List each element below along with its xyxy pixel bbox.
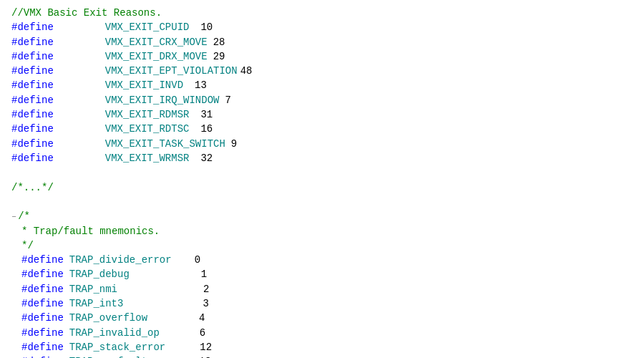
keyword-define-cpuid: #define — [11, 20, 54, 34]
keyword-define-invalid-op: #define — [21, 326, 64, 340]
macro-vmx-invd: VMX_EXIT_INVD — [105, 78, 183, 92]
code-editor: //VMX Basic Exit Reasons. #define VMX_EX… — [0, 0, 644, 358]
macro-vmx-cpuid: VMX_EXIT_CPUID — [105, 20, 190, 34]
line-vmx-wrmsr: #define VMX_EXIT_WRMSR 32 — [11, 151, 633, 165]
line-vmx-crx-move: #define VMX_EXIT_CRX_MOVE 28 — [11, 35, 633, 49]
macro-vmx-ept-violation: VMX_EXIT_EPT_VIOLATION — [105, 64, 238, 78]
value-trap-invalid-op: 6 — [200, 326, 205, 340]
value-vmx-ept-violation: 48 — [240, 64, 253, 78]
comment-block-end: */ — [21, 238, 34, 253]
line-vmx-cpuid: #define VMX_EXIT_CPUID 10 — [11, 20, 633, 34]
keyword-define-debug: #define — [21, 267, 64, 281]
line-vmx-drx-move: #define VMX_EXIT_DRX_MOVE 29 — [11, 49, 633, 64]
macro-trap-gp-fault: TRAP_gp_fault — [69, 354, 147, 358]
keyword-define-drx: #define — [11, 49, 54, 64]
line-trap-divide-error: #define TRAP_divide_error 0 — [11, 253, 633, 267]
macro-trap-int3: TRAP_int3 — [69, 296, 124, 311]
keyword-define-wrmsr: #define — [11, 151, 54, 165]
comment-block-start: /* — [18, 209, 30, 223]
comment-ellipsis: /*...*/ — [11, 180, 54, 195]
line-trap-comment: * Trap/fault mnemonics. — [11, 224, 633, 238]
line-trap-debug: #define TRAP_debug 1 — [11, 267, 633, 281]
keyword-define-gp-fault: #define — [21, 354, 64, 358]
line-trap-overflow: #define TRAP_overflow 4 — [11, 311, 633, 325]
line-vmx-invd: #define VMX_EXIT_INVD 13 — [11, 78, 633, 92]
line-trap-gp-fault: #define TRAP_gp_fault 13 — [11, 354, 633, 358]
macro-vmx-drx-move: VMX_EXIT_DRX_MOVE — [105, 49, 208, 64]
keyword-define-invd: #define — [11, 78, 54, 92]
line-trap-stack-error: #define TRAP_stack_error 12 — [11, 340, 633, 354]
macro-vmx-wrmsr: VMX_EXIT_WRMSR — [105, 151, 190, 165]
line-trap-invalid-op: #define TRAP_invalid_op 6 — [11, 326, 633, 340]
line-trap-nmi: #define TRAP_nmi 2 — [11, 282, 633, 296]
comment-vmx-basic: //VMX Basic Exit Reasons. — [11, 6, 162, 20]
line-vmx-rdtsc: #define VMX_EXIT_RDTSC 16 — [11, 122, 633, 136]
keyword-define-ept: #define — [11, 64, 54, 78]
value-trap-overflow: 4 — [199, 311, 205, 325]
line-vmx-comment: //VMX Basic Exit Reasons. — [11, 6, 633, 20]
keyword-define-rdtsc: #define — [11, 122, 54, 136]
keyword-define-divide-error: #define — [21, 253, 64, 267]
macro-trap-invalid-op: TRAP_invalid_op — [69, 326, 160, 340]
macro-vmx-task-switch: VMX_EXIT_TASK_SWITCH — [105, 137, 225, 151]
line-ellipsis-comment: /*...*/ — [11, 180, 633, 195]
blank-line-2 — [11, 195, 633, 209]
value-vmx-drx-move: 29 — [213, 49, 225, 64]
keyword-define-int3: #define — [21, 296, 64, 311]
macro-trap-overflow: TRAP_overflow — [69, 311, 147, 325]
value-trap-int3: 3 — [203, 296, 208, 311]
line-block-end: */ — [11, 238, 633, 253]
value-trap-stack-error: 12 — [200, 340, 212, 354]
keyword-define-rdmsr: #define — [11, 107, 54, 122]
value-vmx-rdtsc: 16 — [200, 122, 213, 136]
macro-trap-stack-error: TRAP_stack_error — [69, 340, 165, 354]
value-vmx-invd: 13 — [195, 78, 207, 92]
keyword-define-overflow: #define — [21, 311, 64, 325]
keyword-define-task-switch: #define — [11, 137, 54, 151]
macro-trap-divide-error: TRAP_divide_error — [69, 253, 172, 267]
line-vmx-irq-window: #define VMX_EXIT_IRQ_WINDOW 7 — [11, 93, 633, 107]
keyword-define-irq: #define — [11, 93, 54, 107]
keyword-define-stack-error: #define — [21, 340, 64, 354]
blank-line-1 — [11, 165, 633, 180]
value-vmx-wrmsr: 32 — [200, 151, 213, 165]
value-trap-nmi: 2 — [203, 282, 209, 296]
macro-vmx-rdtsc: VMX_EXIT_RDTSC — [105, 122, 190, 136]
value-vmx-cpuid: 10 — [200, 20, 213, 34]
line-vmx-rdmsr: #define VMX_EXIT_RDMSR 31 — [11, 107, 633, 122]
macro-trap-debug: TRAP_debug — [69, 267, 130, 281]
value-trap-debug: 1 — [201, 267, 207, 281]
comment-trap-mnemonics: * Trap/fault mnemonics. — [21, 224, 160, 238]
value-vmx-task-switch: 9 — [231, 137, 237, 151]
keyword-define-crx: #define — [11, 35, 54, 49]
line-trap-int3: #define TRAP_int3 3 — [11, 296, 633, 311]
line-vmx-ept-violation: #define VMX_EXIT_EPT_VIOLATION 48 — [11, 64, 633, 78]
collapse-icon[interactable]: – — [11, 211, 16, 223]
value-trap-divide-error: 0 — [195, 253, 200, 267]
value-trap-gp-fault: 13 — [199, 354, 211, 358]
macro-trap-nmi: TRAP_nmi — [69, 282, 117, 296]
macro-vmx-crx-move: VMX_EXIT_CRX_MOVE — [105, 35, 208, 49]
macro-vmx-rdmsr: VMX_EXIT_RDMSR — [105, 107, 190, 122]
line-block-start[interactable]: – /* — [11, 209, 633, 223]
value-vmx-irq-window: 7 — [225, 93, 230, 107]
value-vmx-crx-move: 28 — [213, 35, 225, 49]
macro-vmx-irq-window: VMX_EXIT_IRQ_WINDOW — [105, 93, 220, 107]
keyword-define-nmi: #define — [21, 282, 64, 296]
value-vmx-rdmsr: 31 — [200, 107, 213, 122]
line-vmx-task-switch: #define VMX_EXIT_TASK_SWITCH 9 — [11, 137, 633, 151]
